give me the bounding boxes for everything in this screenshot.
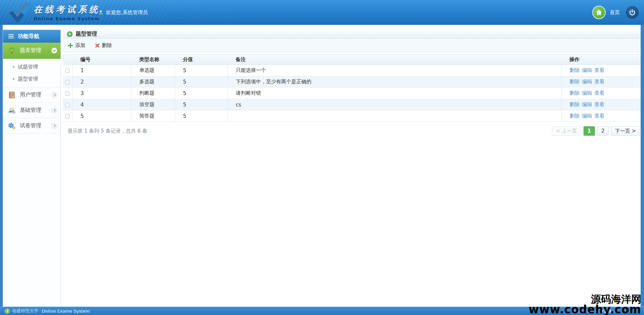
sidebar-subitem-exam-questions[interactable]: 试题管理 [3,61,61,73]
body-area: 功能导航 题库管理 试题管理 [3,25,641,307]
sidebar-item-user-management[interactable]: 用户管理 [3,87,61,103]
logo-checkmark-icon [7,2,32,23]
cell-score: 5 [175,88,228,99]
add-button-label: 添加 [75,42,85,49]
column-header-operation: 操作 [561,54,641,65]
cell-type: 单选题 [131,65,175,76]
column-header-type: 类型名称 [131,54,175,65]
cell-score: 5 [175,99,228,110]
pagination-info: 显示第 1 条到 5 条记录，总共 6 条 [68,128,147,134]
next-page-button[interactable]: 下一页 > [611,126,640,136]
sidebar-subitem-label: 题型管理 [18,76,38,82]
row-delete-link[interactable]: 删除 [570,79,580,85]
sidebar-filler [3,134,61,307]
header-actions: 首页 [592,0,639,25]
home-button[interactable] [592,6,606,19]
menu-list-icon [8,34,14,38]
cell-actions: 删除编辑查看 [561,88,641,99]
row-view-link[interactable]: 查看 [595,113,605,119]
cell-score: 5 [175,65,228,76]
footer-version-number: V1.0 [600,309,611,314]
sidebar-subitem-question-types[interactable]: 题型管理 [3,73,61,85]
cell-remark: 下列选项中，至少有两个是正确的 [228,76,561,88]
triangle-right-icon [13,78,15,80]
row-edit-link[interactable]: 编辑 [582,113,592,119]
row-checkbox[interactable] [65,91,70,96]
page-button-2[interactable]: 2 [597,126,609,136]
power-icon [629,9,636,16]
cell-id: 2 [72,76,131,88]
row-view-link[interactable]: 查看 [595,67,605,73]
row-view-link[interactable]: 查看 [595,79,605,85]
row-delete-link[interactable]: 删除 [570,101,580,107]
cell-actions: 删除编辑查看 [561,99,641,110]
row-edit-link[interactable]: 编辑 [582,67,592,73]
cell-score: 5 [175,76,228,88]
row-view-link[interactable]: 查看 [595,90,605,96]
row-checkbox[interactable] [65,69,70,73]
cell-type: 填空题 [131,99,175,110]
sidebar-item-label: 试卷管理 [20,122,47,129]
footer-university: 福建师范大学 [12,308,38,314]
sidebar-item-label: 用户管理 [20,91,47,98]
users-gear-icon [8,106,16,115]
row-checkbox[interactable] [65,103,70,107]
row-checkbox[interactable] [65,114,70,119]
prev-page-button[interactable]: < 上一页 [552,126,581,136]
sidebar-item-paper-management[interactable]: 试卷管理 [3,118,61,134]
main-panel: 题型管理 添加 删除 [63,30,641,307]
logo-text: 在线考试系统 Online Exame System [34,4,100,21]
delete-button[interactable]: 删除 [95,42,112,49]
sidebar-item-label: 题库管理 [20,47,47,54]
add-button[interactable]: 添加 [68,42,85,49]
cell-score: 5 [175,110,228,122]
logo-subtitle: Online Exame System [34,16,100,21]
sidebar-title: 功能导航 [18,33,39,40]
row-edit-link[interactable]: 编辑 [582,90,592,96]
cell-actions: 删除编辑查看 [561,65,641,76]
chevron-right-icon[interactable] [51,123,57,129]
tree-icon [8,47,16,55]
page-button-1[interactable]: 1 [583,126,595,136]
chevron-down-icon[interactable] [51,48,57,53]
row-edit-link[interactable]: 编辑 [582,101,592,107]
row-view-link[interactable]: 查看 [595,101,605,107]
pagination-buttons: < 上一页 1 2 下一页 > [550,126,640,136]
home-icon [595,9,603,16]
panel-title-bar: 题型管理 [63,30,641,39]
row-delete-link[interactable]: 删除 [570,67,580,73]
chevron-right-icon[interactable] [51,92,57,98]
cell-id: 1 [72,65,131,76]
cell-actions: 删除编辑查看 [561,76,641,88]
footer-system-name: Online Exame System [42,309,90,314]
column-header-remark: 备注 [228,54,561,65]
question-type-table: 编号 类型名称 分值 备注 操作 1 单选题 5 只能选择一个 [63,54,641,122]
toolbar: 添加 删除 [63,39,641,52]
user-icon [98,10,104,15]
cell-type: 多选题 [131,76,175,88]
cell-remark: 只能选择一个 [228,65,561,76]
sidebar-item-basic-management[interactable]: 基础管理 [3,103,61,118]
plus-icon [68,43,73,48]
home-label[interactable]: 首页 [610,9,620,16]
online-exam-system-app: 在线考试系统 Online Exame System 欢迎您,系统管理员 首页 [0,0,644,315]
book-icon [8,91,16,99]
sidebar: 功能导航 题库管理 试题管理 [3,30,61,307]
pagination-bar: 显示第 1 条到 5 条记录，总共 6 条 < 上一页 1 2 下一页 > [63,122,641,136]
chevron-right-icon[interactable] [51,107,57,113]
row-delete-link[interactable]: 删除 [570,90,580,96]
sidebar-header: 功能导航 [3,30,61,43]
sidebar-item-question-bank[interactable]: 题库管理 [3,43,61,59]
column-header-score: 分值 [175,54,228,65]
cell-type: 判断题 [131,88,175,99]
cell-remark: cs [228,99,561,110]
row-checkbox[interactable] [65,80,70,84]
row-delete-link[interactable]: 删除 [570,113,580,119]
delete-button-label: 删除 [102,42,112,49]
app-footer: i 福建师范大学 Online Exame System Automation … [0,307,644,315]
logout-button[interactable] [626,6,639,19]
cell-remark [228,110,561,122]
cell-remark: 请判断对错 [228,88,561,99]
row-edit-link[interactable]: 编辑 [582,79,592,85]
column-header-id: 编号 [72,54,131,65]
